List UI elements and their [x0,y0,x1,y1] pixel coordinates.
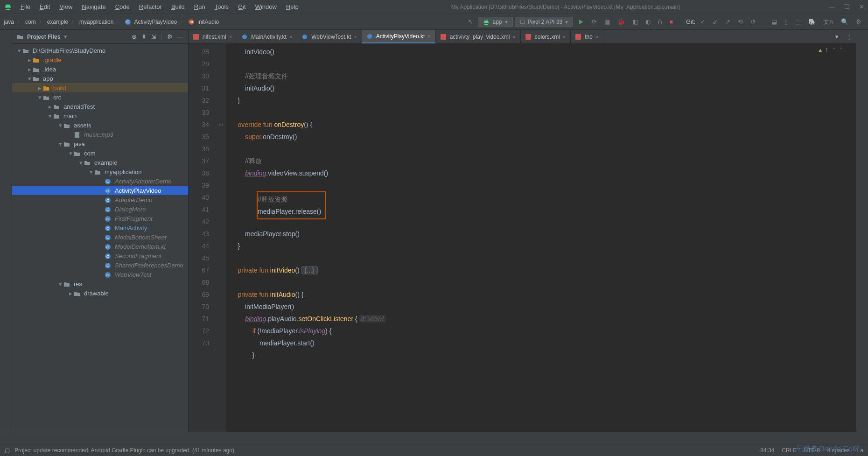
expand-all-icon[interactable]: ⇕ [141,33,147,40]
breadcrumb-item[interactable]: com [25,19,36,25]
git-history-icon[interactable]: ⟲ [735,17,746,26]
maximize-button[interactable]: ☐ [844,3,850,10]
device-selector[interactable]: ☐ Pixel 2 API 33 ▾ [515,17,574,27]
editor-tab[interactable]: MainActivity.kt× [237,30,297,43]
breadcrumb-item[interactable]: myapplication [79,19,113,25]
menu-refactor[interactable]: Refactor [135,2,166,12]
code-content[interactable]: initVideo() //处理音频文件 initAudio() } overr… [226,44,856,432]
menu-tools[interactable]: Tools [211,2,232,12]
file-encoding[interactable]: UTF-8 [804,447,820,454]
apply-code-icon[interactable]: ▦ [602,17,613,26]
close-tab-icon[interactable]: × [289,34,292,40]
settings-icon[interactable]: ⚙ [853,17,864,26]
search-icon[interactable]: 🔍 [838,17,851,26]
tree-item[interactable]: ▾example [12,158,188,167]
breadcrumb-item[interactable]: example [47,19,68,25]
editor-tab[interactable]: nifest.xml× [189,30,237,43]
status-message[interactable]: Project update recommended: Android Grad… [14,447,234,454]
breadcrumb-item[interactable]: ActivityPlayVideo [134,19,177,25]
tree-item[interactable]: ▾myapplication [12,167,188,176]
editor-tab[interactable]: the× [571,30,603,43]
close-tab-icon[interactable]: × [512,34,515,40]
avd-icon[interactable]: ▯ [782,17,791,26]
tree-item[interactable]: ▾java [12,139,188,148]
menu-help[interactable]: Help [282,2,302,12]
tree-item[interactable]: ▸build [12,83,188,92]
run-config-selector[interactable]: app ▾ [478,17,512,27]
tree-item[interactable]: ▸androidTest [12,102,188,111]
close-tab-icon[interactable]: × [427,34,430,39]
tree-item[interactable]: CMainActivity [12,223,188,232]
close-tab-icon[interactable]: × [229,34,232,40]
menu-view[interactable]: View [56,2,76,12]
tree-item[interactable]: CModelDemoItem.kt [12,242,188,251]
indent-label[interactable]: 4 spaces [827,447,850,454]
tree-item[interactable]: CModalBottomSheet [12,232,188,242]
menu-navigate[interactable]: Navigate [78,2,109,12]
git-update-icon[interactable]: ✓ [697,17,708,26]
prev-highlight-icon[interactable]: ˆ [833,47,835,54]
code-editor[interactable]: 2829303132333435363738394041424344456768… [189,44,856,432]
sync-icon[interactable]: 🐘 [805,17,819,26]
menu-file[interactable]: File [17,2,34,12]
tree-item[interactable]: CActivityAdapterDemo [12,176,188,186]
attach-icon[interactable]: ⎙ [655,17,665,26]
tree-item[interactable]: ▸.idea [12,64,188,74]
nav-back-icon[interactable]: ↖ [465,17,476,26]
icon1[interactable]: ⬓ [769,17,780,26]
tree-item[interactable]: CActivityPlayVideo [12,186,188,195]
git-push-icon[interactable]: ↗ [722,17,733,26]
menu-edit[interactable]: Edit [36,2,54,12]
close-tab-icon[interactable]: × [563,34,566,40]
menu-build[interactable]: Build [168,2,189,12]
next-highlight-icon[interactable]: ˇ [840,47,842,54]
menu-window[interactable]: Window [252,2,280,12]
menu-git[interactable]: Git [234,2,250,12]
menu-code[interactable]: Code [112,2,133,12]
editor-tab[interactable]: WebViewTest.kt× [297,30,362,43]
tree-item[interactable]: CWebViewTest [12,270,188,279]
sidebar-title[interactable]: Project Files [27,34,60,40]
tree-item[interactable]: ▸.gradle [12,55,188,64]
minimize-button[interactable]: — [829,3,835,10]
tree-item[interactable]: ▾com [12,148,188,158]
hide-icon[interactable]: — [177,33,183,40]
sdk-icon[interactable]: ⬚ [792,17,804,26]
git-rollback-icon[interactable]: ↺ [748,17,758,26]
tree-item[interactable]: ▾app [12,74,188,83]
close-button[interactable]: ✕ [859,3,864,10]
profile-icon[interactable]: ◐ [643,17,653,26]
breadcrumb[interactable]: java〉com〉example〉myapplication〉CActivity… [4,18,219,26]
dropdown-icon[interactable]: ▾ [64,33,67,40]
inspection-widget[interactable]: ▲1 ˆ ˇ [817,47,842,54]
git-commit-icon[interactable]: ↙ [710,17,721,26]
collapse-icon[interactable]: ⇲ [151,33,156,40]
tree-item[interactable]: ▾main [12,111,188,120]
tree-item[interactable]: CSecondFragment [12,251,188,260]
tree-item[interactable]: CDialogMore [12,204,188,214]
close-tab-icon[interactable]: × [595,34,598,40]
debug-button[interactable]: 🐞 [615,17,628,26]
more-tabs-icon[interactable]: ▾ [832,33,842,40]
caret-position[interactable]: 84:34 [760,447,774,454]
tree-item[interactable]: CAdapterDemo [12,195,188,204]
tree-item[interactable]: CFirstFragment [12,214,188,223]
tree-item[interactable]: ▾src [12,92,188,102]
editor-tab[interactable]: activivty_play_video.xml× [436,30,521,43]
project-tree[interactable]: ▾D:\GitHubFiles\StudyDemo▸.gradle▸.idea▾… [12,44,188,432]
menu-run[interactable]: Run [190,2,209,12]
apply-changes-icon[interactable]: ⟳ [589,17,600,26]
settings-gear-icon[interactable]: ⚙ [167,33,173,40]
run-button[interactable] [575,17,587,27]
breadcrumb-item[interactable]: java [4,19,14,25]
select-opened-icon[interactable]: ⊕ [132,33,137,40]
la-label[interactable]: La [857,447,863,454]
lang-icon[interactable]: 文A [820,17,836,27]
line-separator[interactable]: CRLF [782,447,796,454]
stop-button[interactable]: ■ [666,17,676,26]
tree-item[interactable]: music.mp3 [12,130,188,139]
editor-tab[interactable]: colors.xml× [521,30,571,43]
editor-tab[interactable]: ActivityPlayVideo.kt× [362,30,436,43]
tool-window-quick-icon[interactable]: ▢ [5,447,10,454]
tree-item[interactable]: ▾assets [12,120,188,130]
